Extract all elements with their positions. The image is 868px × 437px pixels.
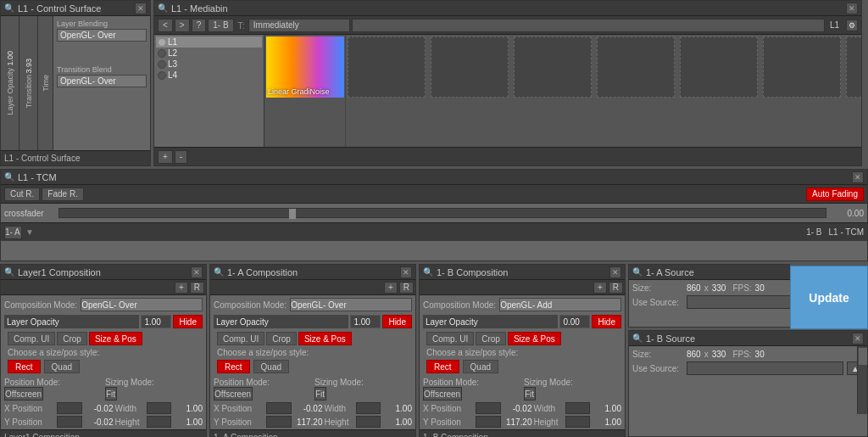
media-cell-empty-3[interactable] [514, 36, 592, 98]
b-comp-add-button[interactable]: + [593, 282, 607, 294]
mediabin-layer-l2[interactable]: L2 [156, 48, 262, 59]
tcm-bus-select[interactable]: 1- A [4, 226, 22, 239]
mediabin-remove-button[interactable]: - [175, 150, 187, 164]
mediabin-add-button[interactable]: + [158, 150, 173, 164]
layer1-pos-mode-select[interactable]: Offscreen [4, 387, 43, 401]
a-comp-rect-button[interactable]: Rect [217, 360, 250, 373]
b-pos-mode-select[interactable]: Offscreen [423, 387, 462, 401]
b-width-slider[interactable] [565, 402, 591, 414]
ctrl-surface-footer: L1 - Control Surface [1, 150, 150, 165]
a-ypos-slider[interactable] [266, 416, 292, 428]
a-comp-close-button[interactable]: ✕ [400, 266, 412, 278]
a-comp-mode-label: Composition Mode: [214, 300, 287, 310]
tcm-fade-button[interactable]: Fade R. [42, 188, 84, 201]
b-source-scrollbar-handle[interactable] [859, 348, 867, 365]
media-cell-empty-5[interactable] [680, 36, 758, 98]
tcm-auto-fading-button[interactable]: Auto Fading [806, 188, 864, 201]
b-comp-tab-ui[interactable]: Comp. UI [426, 332, 474, 345]
a-height-slider[interactable] [356, 416, 381, 428]
layer-label-l2: L2 [168, 48, 177, 58]
media-cell-empty-7[interactable] [846, 36, 861, 98]
b-source-use-select[interactable] [687, 361, 843, 375]
a-comp-tab-sizepos[interactable]: Size & Pos [298, 332, 352, 345]
layer1-comp-quad-button[interactable]: Quad [44, 360, 80, 373]
media-cell-empty-4[interactable] [597, 36, 675, 98]
mediabin-help-button[interactable]: ? [192, 19, 207, 32]
update-button[interactable]: Update [790, 266, 868, 329]
b-height-value: 1.00 [592, 417, 621, 427]
b-comp-tab-sizepos[interactable]: Size & Pos [508, 332, 561, 345]
layer1-comp-r-button[interactable]: R [190, 282, 204, 294]
tcm-crossfader-slider[interactable] [58, 208, 826, 218]
b-comp-mode-select[interactable]: OpenGL- Add [499, 298, 621, 311]
b-comp-r-button[interactable]: R [609, 282, 623, 294]
layer1-xpos-slider[interactable] [57, 402, 82, 414]
b-ypos-slider[interactable] [476, 416, 501, 428]
a-comp-tab-crop[interactable]: Crop [266, 332, 297, 345]
mediabin-active-cell[interactable]: Linear GradiNoise [264, 35, 346, 147]
ctrl-surface-close-button[interactable]: ✕ [135, 3, 147, 14]
b-comp-close-button[interactable]: ✕ [609, 266, 621, 278]
mediabin-search-input[interactable] [352, 19, 825, 32]
a-xpos-slider[interactable] [266, 402, 292, 414]
layer1-comp-close-button[interactable]: ✕ [191, 266, 203, 278]
tcm-cut-button[interactable]: Cut R. [4, 188, 40, 201]
a-comp-hide-button[interactable]: Hide [382, 315, 412, 328]
layer1-comp-rect-button[interactable]: Rect [8, 360, 41, 373]
b-sizing-mode-select[interactable]: Fit [524, 387, 536, 401]
tcm-right-label-bus: 1- B [806, 227, 821, 237]
mediabin-back-button[interactable]: < [158, 19, 173, 32]
mediabin-layer-l3[interactable]: L3 [156, 59, 262, 70]
b-height-slider[interactable] [565, 416, 591, 428]
layer1-comp-hide-button[interactable]: Hide [173, 315, 203, 328]
layer1-comp-tab-ui[interactable]: Comp. UI [8, 332, 55, 345]
b-source-use-row: Use Source: ▲ [632, 361, 864, 375]
a-comp-quad-button[interactable]: Quad [253, 360, 289, 373]
layer-opacity-value: 1.00 [6, 51, 14, 66]
tcm-crossfader-handle[interactable] [289, 209, 296, 219]
mediabin-timing-dropdown[interactable]: Immediately [248, 19, 350, 32]
layer1-width-slider[interactable] [147, 402, 172, 414]
b-xpos-slider[interactable] [476, 402, 501, 414]
media-cell-empty-6[interactable] [763, 36, 841, 98]
b-comp-quad-button[interactable]: Quad [463, 360, 498, 373]
media-cell-empty-2[interactable] [431, 36, 509, 98]
mediabin-close-button[interactable]: ✕ [846, 3, 858, 14]
media-cell-empty-1[interactable] [348, 36, 426, 98]
mediabin-settings-icon[interactable]: ⚙ [846, 20, 858, 31]
mediabin-layer-l1[interactable]: L1 [156, 36, 262, 48]
layer1-ypos-slider[interactable] [57, 416, 82, 428]
a-sizing-mode-select[interactable]: Fit [314, 387, 326, 401]
layer1-comp-style-row: Choose a size/pos style: [4, 348, 203, 357]
layer1-sizing-mode-select[interactable]: Fit [105, 387, 117, 401]
layer1-sizing-mode-group: Sizing Mode: Fit [105, 378, 203, 401]
layer1-comp-mode-select[interactable]: OpenGL- Over [81, 298, 203, 311]
b-source-scrollbar[interactable] [857, 346, 867, 414]
tcm-close-button[interactable]: ✕ [852, 171, 864, 183]
a-comp-r-button[interactable]: R [399, 282, 414, 294]
a-comp-mode-select[interactable]: OpenGL- Over [290, 298, 412, 311]
layer1-comp-tab-crop[interactable]: Crop [57, 332, 87, 345]
layer-radio-l3 [158, 60, 166, 69]
a-pos-mode-select[interactable]: Offscreen [214, 387, 253, 401]
mediabin-bus-dropdown[interactable]: 1- B [208, 19, 234, 32]
b-source-close-button[interactable]: ✕ [852, 333, 864, 345]
b-source-height: 330 [712, 350, 726, 359]
mediabin-layer-l4[interactable]: L4 [156, 70, 262, 81]
layer1-comp-add-button[interactable]: + [175, 282, 188, 294]
b-sizing-mode-group: Sizing Mode: Fit [524, 378, 621, 401]
a-xpos-row: X Position -0.02 Width 1.00 [214, 402, 412, 414]
a-width-slider[interactable] [356, 402, 381, 414]
b-comp-hide-button[interactable]: Hide [592, 315, 621, 328]
layer1-xpos-label: X Position [4, 404, 55, 413]
layer-blending-value[interactable]: OpenGL- Over [57, 29, 147, 42]
mediabin-fwd-button[interactable]: > [175, 19, 190, 32]
layer1-comp-tab-sizepos[interactable]: Size & Pos [89, 332, 142, 345]
a-comp-tab-ui[interactable]: Comp. UI [217, 332, 264, 345]
b-comp-tab-crop[interactable]: Crop [476, 332, 506, 345]
b-comp-rect-button[interactable]: Rect [426, 360, 459, 373]
control-surface-window: 🔍 L1 - Control Surface ✕ 1.00 Layer Opac… [0, 0, 151, 166]
a-comp-add-button[interactable]: + [384, 282, 398, 294]
layer1-height-slider[interactable] [147, 416, 172, 428]
transition-blend-value[interactable]: OpenGL- Over [57, 75, 147, 87]
